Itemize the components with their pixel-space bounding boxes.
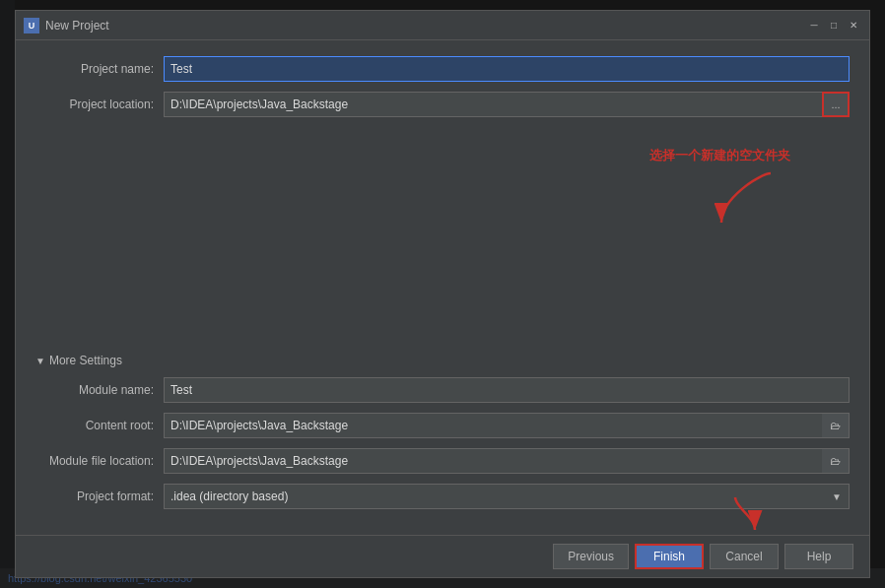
project-format-label: Project format:	[35, 490, 164, 503]
empty-area: 选择一个新建的空文件夹	[35, 127, 850, 354]
previous-label: Previous	[568, 550, 614, 563]
browse-content-root-button[interactable]: 🗁	[822, 413, 850, 438]
module-name-input[interactable]	[164, 377, 850, 403]
red-arrow-svg	[712, 168, 790, 228]
finish-button[interactable]: Finish	[635, 544, 704, 569]
previous-button[interactable]: Previous	[553, 544, 629, 569]
module-name-label: Module name:	[35, 383, 164, 397]
close-button[interactable]: ✕	[846, 18, 861, 33]
more-settings-label: More Settings	[49, 354, 122, 367]
module-file-location-label: Module file location:	[35, 454, 164, 468]
annotation: 选择一个新建的空文件夹	[649, 147, 790, 228]
browse-module-icon: 🗁	[830, 455, 841, 467]
dialog-title: New Project	[45, 19, 806, 33]
content-root-row: Content root: 🗁	[35, 413, 850, 438]
minimize-button[interactable]: ─	[806, 18, 822, 33]
title-bar: U New Project ─ □ ✕	[16, 11, 869, 40]
project-name-input[interactable]	[164, 56, 850, 82]
maximize-button[interactable]: □	[826, 18, 842, 33]
more-settings-toggle[interactable]: ▼ More Settings	[35, 354, 850, 367]
project-location-field-wrapper: ...	[164, 92, 850, 117]
app-icon: U	[24, 18, 39, 33]
content-root-field-wrapper: 🗁	[164, 413, 850, 438]
annotation-text: 选择一个新建的空文件夹	[649, 147, 790, 164]
new-project-dialog: U New Project ─ □ ✕ Project name: Projec…	[15, 10, 870, 578]
content-root-label: Content root:	[35, 419, 164, 432]
cancel-button[interactable]: Cancel	[710, 544, 779, 569]
module-file-location-wrapper: 🗁	[164, 448, 850, 474]
project-format-row: Project format: .idea (directory based) …	[35, 484, 850, 509]
project-location-input[interactable]	[164, 92, 850, 117]
window-controls: ─ □ ✕	[806, 18, 861, 33]
module-file-location-row: Module file location: 🗁	[35, 448, 850, 474]
project-location-label: Project location:	[35, 98, 164, 111]
help-label: Help	[807, 550, 832, 563]
project-location-row: Project location: ...	[35, 92, 850, 117]
project-name-label: Project name:	[35, 62, 164, 76]
browse-dots: ...	[831, 98, 840, 110]
help-button[interactable]: Help	[784, 544, 853, 569]
browse-location-button[interactable]: ...	[822, 92, 850, 117]
finish-label: Finish	[653, 550, 685, 563]
project-format-select[interactable]: .idea (directory based)	[164, 484, 850, 509]
dialog-footer: Previous Finish Cancel Help	[16, 535, 869, 577]
dialog-content: Project name: Project location: ... 选择一个…	[16, 40, 869, 535]
module-name-row: Module name:	[35, 377, 850, 403]
arrow-container	[712, 168, 790, 228]
project-name-row: Project name:	[35, 56, 850, 82]
browse-module-file-button[interactable]: 🗁	[822, 448, 850, 474]
content-root-input[interactable]	[164, 413, 850, 438]
cancel-label: Cancel	[725, 550, 762, 563]
module-file-location-input[interactable]	[164, 448, 850, 474]
toggle-arrow-icon: ▼	[35, 356, 45, 366]
project-format-wrapper: .idea (directory based) ▼	[164, 484, 850, 509]
browse-content-icon: 🗁	[830, 420, 841, 431]
